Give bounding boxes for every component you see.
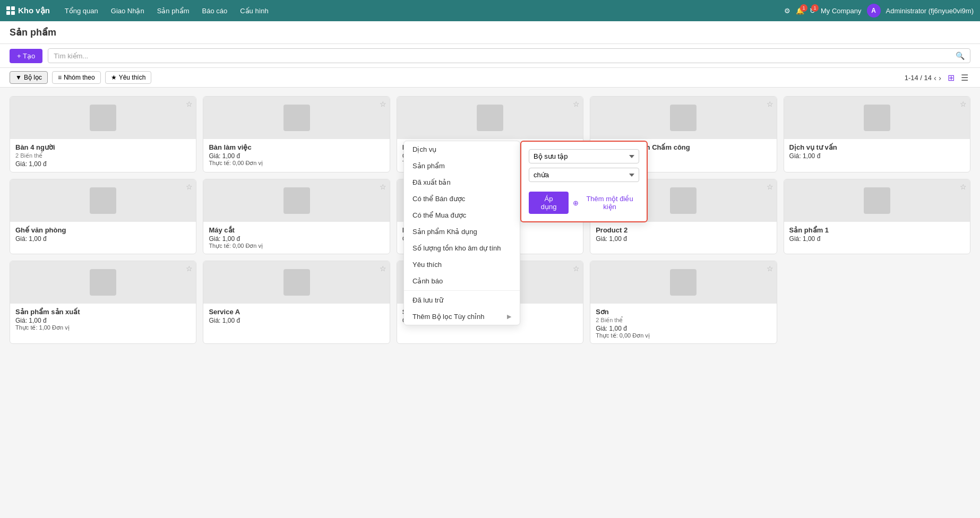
add-condition-button[interactable]: ⊕ Thêm một điều kiện: [573, 195, 639, 211]
favorite-button[interactable]: ☆: [380, 100, 386, 108]
product-price: Giá: 1,00 đ: [789, 152, 965, 160]
favorite-button[interactable]: ☆: [767, 100, 773, 108]
product-price: Giá: 1,00 đ: [596, 235, 771, 243]
user-avatar: A: [867, 4, 881, 18]
app-logo[interactable]: Kho vận: [6, 6, 50, 15]
nav-menu: Tổng quan Giao Nhận Sản phẩm Báo cáo Cấu…: [59, 4, 784, 18]
page-title: Sản phẩm: [10, 27, 56, 38]
filter-button[interactable]: ▼ Bộ lọc: [10, 71, 48, 84]
topnav-right: ⚙ 🔔 1 ↻ 1 My Company A Administrator (fj…: [784, 4, 974, 18]
filter-actions: Áp dụng ⊕ Thêm một điều kiện: [529, 192, 639, 214]
favorite-button[interactable]: ☆: [186, 183, 193, 191]
favorite-button[interactable]: ☆: [767, 264, 773, 273]
product-price: Giá: 1,00 đ: [209, 235, 384, 243]
product-name: Máy cắt: [209, 226, 384, 234]
product-image: [590, 97, 776, 139]
product-image: [397, 97, 583, 139]
product-image: [590, 261, 776, 304]
update-btn[interactable]: ↻ 1: [810, 7, 815, 15]
favorite-button[interactable]: ☆: [186, 100, 193, 108]
nav-products[interactable]: Sản phẩm: [152, 4, 195, 18]
fav-button[interactable]: ★ Yêu thích: [105, 71, 152, 84]
pagination: 1-14 / 14 ‹ ›: [905, 73, 941, 82]
filter-bar: ▼ Bộ lọc ≡ Nhóm theo ★ Yêu thích 1-14 / …: [0, 68, 980, 88]
star-icon: ★: [111, 74, 117, 81]
search-box: Tìm kiếm... 🔍: [48, 48, 970, 63]
company-name: My Company: [821, 7, 862, 15]
list-view-button[interactable]: ☰: [959, 72, 970, 84]
product-variant: 2 Biến thể: [15, 152, 191, 159]
favorite-button[interactable]: ☆: [573, 100, 580, 108]
filter-menu-item[interactable]: Thêm Bộ lọc Tùy chỉnh▶: [404, 308, 520, 325]
product-img-placeholder: [90, 105, 116, 131]
filter-dropdown: Dịch vụSản phẩmĐã xuất bảnCó thể Bán đượ…: [403, 141, 520, 325]
product-info: Product 2 Giá: 1,00 đ: [590, 222, 776, 247]
filter-icon: ▼: [15, 74, 22, 81]
filter-field-select[interactable]: Bộ sưu tậpTênLoạiMãGiá: [529, 149, 639, 163]
filter-condition-select[interactable]: chứakhông chứabằngkhông bằng: [529, 168, 639, 182]
product-card: Ghế văn phòng Giá: 1,00 đ ☆: [10, 179, 196, 254]
product-img-placeholder: [283, 105, 310, 131]
favorite-button[interactable]: ☆: [380, 183, 386, 191]
product-img-placeholder: [670, 187, 697, 214]
filter-menu-item-label: Yêu thích: [412, 261, 442, 269]
group-icon: ≡: [58, 74, 62, 81]
favorite-button[interactable]: ☆: [380, 264, 386, 273]
nav-delivery[interactable]: Giao Nhận: [106, 4, 150, 18]
nav-overview[interactable]: Tổng quan: [59, 4, 104, 18]
filter-menu-item[interactable]: Sản phẩm Khả dụng: [404, 223, 520, 240]
product-price: Giá: 1,00 đ: [15, 160, 191, 168]
filter-menu-item-label: Đã xuất bản: [412, 178, 451, 186]
filter-menu-item[interactable]: Có thể Mua được: [404, 207, 520, 223]
filter-menu-item[interactable]: Dịch vụ: [404, 141, 520, 158]
product-variant: 2 Biến thể: [596, 317, 771, 324]
product-img-placeholder: [864, 187, 890, 214]
product-info: Bàn 4 người 2 Biến thể Giá: 1,00 đ: [10, 139, 196, 172]
filter-menu-item-label: Cảnh báo: [412, 277, 443, 285]
notification-btn[interactable]: 🔔 1: [796, 7, 804, 15]
product-info: Dịch vụ tư vấn Giá: 1,00 đ: [784, 139, 970, 164]
toolbar: + Tạo Tìm kiếm... 🔍: [0, 44, 980, 68]
favorite-button[interactable]: ☆: [767, 183, 773, 191]
product-info: Sơn 2 Biến thể Giá: 1,00 đ Thực tế: 0,00…: [590, 304, 776, 343]
filter-menu-item[interactable]: Sản phẩm: [404, 158, 520, 174]
nav-config[interactable]: Cấu hình: [235, 4, 274, 18]
product-info: Sản phẩm 1 Giá: 1,00 đ: [784, 222, 970, 247]
filter-menu-item[interactable]: Đã lưu trữ: [404, 292, 520, 308]
fav-label: Yêu thích: [119, 74, 146, 81]
product-image: [203, 97, 389, 139]
filter-menu-item[interactable]: Có thể Bán được: [404, 191, 520, 207]
product-stock: Thực tế: 0,00 Đơn vị: [209, 160, 384, 167]
product-image: [784, 97, 970, 139]
group-button[interactable]: ≡ Nhóm theo: [52, 71, 101, 84]
filter-menu-item[interactable]: Cảnh báo: [404, 273, 520, 289]
product-name: Service A: [209, 308, 384, 316]
apply-button[interactable]: Áp dụng: [529, 192, 569, 214]
product-card: Sơn 2 Biến thể Giá: 1,00 đ Thực tế: 0,00…: [590, 261, 777, 344]
custom-filter-panel: Bộ sưu tậpTênLoạiMãGiá chứakhông chứabằn…: [520, 141, 648, 222]
filter-menu-item[interactable]: Yêu thích: [404, 256, 520, 273]
nav-reports[interactable]: Báo cáo: [197, 4, 233, 18]
product-image: [10, 179, 196, 222]
product-name: Ghế văn phòng: [15, 226, 191, 234]
product-card: Sản phẩm 1 Giá: 1,00 đ ☆: [784, 179, 970, 254]
product-name: Sơn: [596, 308, 771, 316]
product-info: Sản phẩm sản xuất Giá: 1,00 đ Thực tế: 1…: [10, 304, 196, 335]
kanban-view-button[interactable]: ⊞: [945, 72, 957, 84]
filter-menu-item[interactable]: Đã xuất bản: [404, 174, 520, 191]
group-label: Nhóm theo: [64, 74, 95, 81]
settings-icon-btn[interactable]: ⚙: [784, 7, 790, 15]
product-info: Ghế văn phòng Giá: 1,00 đ: [10, 222, 196, 247]
product-info: Máy cắt Giá: 1,00 đ Thực tế: 0,00 Đơn vị: [203, 222, 389, 254]
product-card: Máy cắt Giá: 1,00 đ Thực tế: 0,00 Đơn vị…: [203, 179, 390, 254]
next-page-button[interactable]: ›: [939, 73, 941, 82]
favorite-button[interactable]: ☆: [573, 264, 580, 273]
product-stock: Thực tế: 0,00 Đơn vị: [596, 332, 771, 339]
favorite-button[interactable]: ☆: [960, 183, 967, 191]
filter-menu-item[interactable]: Số lượng tồn kho âm dự tính: [404, 240, 520, 256]
favorite-button[interactable]: ☆: [960, 100, 967, 108]
create-button[interactable]: + Tạo: [10, 49, 42, 63]
product-card: Service A Giá: 1,00 đ ☆: [203, 261, 390, 344]
prev-page-button[interactable]: ‹: [934, 73, 936, 82]
favorite-button[interactable]: ☆: [186, 264, 193, 273]
